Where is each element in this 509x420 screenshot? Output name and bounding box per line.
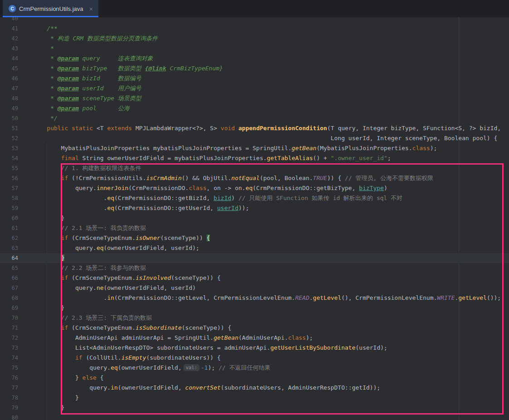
code-line[interactable]: 71 if (CrmSceneTypeEnum.isSubordinate(sc… (0, 323, 509, 333)
line-number[interactable]: 42 (0, 34, 33, 44)
line-number[interactable]: 72 (0, 333, 33, 343)
line-number[interactable]: 53 (0, 143, 33, 153)
editor-tab-bar: C CrmPermissionUtils.java × (0, 0, 509, 17)
code-text: } (33, 303, 509, 313)
code-text: } else { (33, 373, 509, 383)
editor-tab[interactable]: C CrmPermissionUtils.java × (3, 0, 98, 17)
code-line[interactable]: 46 * @param bizId 数据编号 (0, 73, 509, 83)
line-number[interactable]: 50 (0, 113, 33, 123)
code-line[interactable]: 53 MybatisPlusJoinProperties mybatisPlus… (0, 143, 509, 153)
code-text: query.eq(ownerUserIdField,val:-1); // 不返… (33, 363, 509, 373)
line-number[interactable]: 68 (0, 293, 33, 303)
line-number[interactable]: 79 (0, 403, 33, 413)
code-text: List<AdminUserRespDTO> subordinateUsers … (33, 343, 509, 353)
parameter-hint-inlay: val: (184, 364, 199, 371)
code-line[interactable]: 45 * @param bizType 数据类型 {@link CrmBizTy… (0, 63, 509, 73)
code-line[interactable]: 80 (0, 413, 509, 420)
code-line[interactable]: 63 query.eq(ownerUserIdField, userId); (0, 243, 509, 253)
code-line[interactable]: 61 // 2.1 场景一: 我负责的数据 (0, 223, 509, 233)
code-line[interactable]: 62 if (CrmSceneTypeEnum.isOwner(sceneTyp… (0, 233, 509, 243)
line-number[interactable]: 49 (0, 103, 33, 113)
code-text: if (!CrmPermissionUtils.isCrmAdmin() && … (33, 173, 509, 183)
line-number[interactable]: 41 (0, 24, 33, 34)
code-line[interactable]: 55 // 1. 构建数据权限连表条件 (0, 163, 509, 173)
code-area[interactable]: 4041 /**42 * 构造 CRM 数据类型数据分页查询条件43 *44 *… (0, 17, 509, 420)
line-number[interactable]: 61 (0, 223, 33, 233)
line-number[interactable]: 76 (0, 373, 33, 383)
code-line[interactable]: 52 Long userId, Integer sceneType, Boole… (0, 133, 509, 143)
line-number[interactable]: 77 (0, 383, 33, 393)
line-number[interactable]: 74 (0, 353, 33, 363)
line-number[interactable]: 80 (0, 413, 33, 420)
code-line[interactable]: 72 AdminUserApi adminUserApi = SpringUti… (0, 333, 509, 343)
line-number[interactable]: 73 (0, 343, 33, 353)
line-number[interactable]: 44 (0, 54, 33, 63)
line-number[interactable]: 55 (0, 163, 33, 173)
code-line[interactable]: 48 * @param sceneType 场景类型 (0, 93, 509, 103)
line-number[interactable]: 46 (0, 73, 33, 83)
code-line[interactable]: 50 */ (0, 113, 509, 123)
code-text (33, 413, 509, 420)
line-number[interactable]: 54 (0, 153, 33, 163)
code-line[interactable]: 44 * @param query 连表查询对象 (0, 54, 509, 63)
line-number[interactable]: 47 (0, 83, 33, 93)
code-line[interactable]: 69 } (0, 303, 509, 313)
code-line[interactable]: 40 (0, 17, 509, 24)
code-line[interactable]: 51 public static <T extends MPJLambdaWra… (0, 123, 509, 133)
line-number[interactable]: 70 (0, 313, 33, 323)
code-line[interactable]: 75 query.eq(ownerUserIdField,val:-1); //… (0, 363, 509, 373)
code-line[interactable]: 49 * @param pool 公海 (0, 103, 509, 113)
code-line[interactable]: 76 } else { (0, 373, 509, 383)
code-line[interactable]: 57 query.innerJoin(CrmPermissionDO.class… (0, 183, 509, 193)
close-icon[interactable]: × (89, 5, 93, 12)
line-number[interactable]: 45 (0, 63, 33, 73)
line-number[interactable]: 56 (0, 173, 33, 183)
line-number[interactable]: 52 (0, 133, 33, 143)
line-number[interactable]: 67 (0, 283, 33, 293)
line-number[interactable]: 58 (0, 193, 33, 203)
line-number[interactable]: 64 (0, 253, 33, 263)
code-text: * (33, 44, 509, 54)
code-line[interactable]: 43 * (0, 44, 509, 54)
code-line[interactable]: 74 if (CollUtil.isEmpty(subordinateUsers… (0, 353, 509, 363)
code-text: /** (33, 24, 509, 34)
code-text: // 1. 构建数据权限连表条件 (33, 163, 509, 173)
code-line[interactable]: 64 } (0, 253, 509, 263)
line-number[interactable]: 78 (0, 393, 33, 403)
line-number[interactable]: 40 (0, 17, 33, 24)
line-number[interactable]: 51 (0, 123, 33, 133)
code-text: .eq(CrmPermissionDO::getUserId, userId))… (33, 203, 509, 213)
code-line[interactable]: 56 if (!CrmPermissionUtils.isCrmAdmin() … (0, 173, 509, 183)
code-line[interactable]: 70 // 2.3 场景三: 下属负责的数据 (0, 313, 509, 323)
line-number[interactable]: 57 (0, 183, 33, 193)
line-number[interactable]: 69 (0, 303, 33, 313)
line-number[interactable]: 65 (0, 263, 33, 273)
code-line[interactable]: 77 query.in(ownerUserIdField, convertSet… (0, 383, 509, 393)
code-text: AdminUserApi adminUserApi = SpringUtil.g… (33, 333, 509, 343)
code-line[interactable]: 42 * 构造 CRM 数据类型数据分页查询条件 (0, 34, 509, 44)
code-line[interactable]: 73 List<AdminUserRespDTO> subordinateUse… (0, 343, 509, 353)
code-editor[interactable]: 4041 /**42 * 构造 CRM 数据类型数据分页查询条件43 *44 *… (0, 17, 509, 420)
code-line[interactable]: 66 if (CrmSceneTypeEnum.isInvolved(scene… (0, 273, 509, 283)
code-line[interactable]: 60 } (0, 213, 509, 223)
code-line[interactable]: 41 /** (0, 24, 509, 34)
code-line[interactable]: 78 } (0, 393, 509, 403)
code-line[interactable]: 47 * @param userId 用户编号 (0, 83, 509, 93)
code-line[interactable]: 68 .in(CrmPermissionDO::getLevel, CrmPer… (0, 293, 509, 303)
line-number[interactable]: 63 (0, 243, 33, 253)
code-line[interactable]: 54 final String ownerUserIdField = mybat… (0, 153, 509, 163)
line-number[interactable]: 60 (0, 213, 33, 223)
line-number[interactable]: 66 (0, 273, 33, 283)
line-number[interactable]: 43 (0, 44, 33, 54)
code-line[interactable]: 67 query.ne(ownerUserIdField, userId) (0, 283, 509, 293)
line-number[interactable]: 62 (0, 233, 33, 243)
code-line[interactable]: 59 .eq(CrmPermissionDO::getUserId, userI… (0, 203, 509, 213)
code-line[interactable]: 58 .eq(CrmPermissionDO::getBizId, bizId)… (0, 193, 509, 203)
line-number[interactable]: 59 (0, 203, 33, 213)
code-text: * @param sceneType 场景类型 (33, 93, 509, 103)
line-number[interactable]: 75 (0, 363, 33, 373)
line-number[interactable]: 48 (0, 93, 33, 103)
code-line[interactable]: 79 } (0, 403, 509, 413)
line-number[interactable]: 71 (0, 323, 33, 333)
code-line[interactable]: 65 // 2.2 场景二: 我参与的数据 (0, 263, 509, 273)
